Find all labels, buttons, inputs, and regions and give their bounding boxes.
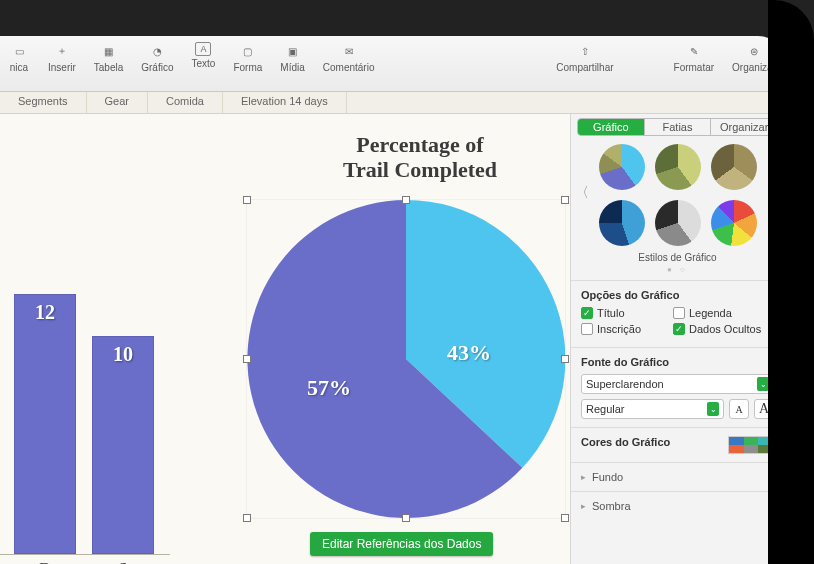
font-larger-button[interactable]: A: [754, 399, 774, 419]
sheet-tab-elevation[interactable]: Elevation 14 days: [223, 92, 347, 113]
inspector-tabs: Gráfico Fatias Organizar: [577, 118, 778, 136]
resize-handle[interactable]: [561, 355, 569, 363]
style-swatch-6[interactable]: [711, 200, 757, 246]
font-smaller-button[interactable]: A: [729, 399, 749, 419]
comment-icon: ✉: [338, 42, 360, 60]
brush-icon: ✎: [683, 42, 705, 60]
chart-button[interactable]: ◔ Gráfico: [141, 42, 173, 73]
pie-label-57: 57%: [307, 375, 351, 401]
font-style-select[interactable]: Regular ⌄: [581, 399, 724, 419]
chart-options-section: Opções do Gráfico ✓Título Legenda Inscri…: [571, 280, 784, 347]
chart-colors-section: Cores do Gráfico: [571, 427, 784, 462]
table-icon: ▦: [98, 42, 120, 60]
table-button[interactable]: ▦ Tabela: [94, 42, 123, 73]
caret-icon: ⌄: [707, 402, 719, 416]
format-inspector: Gráfico Fatias Organizar 〈 〉 Estilos de …: [570, 114, 784, 564]
chevron-right-icon: ▸: [581, 472, 586, 482]
shape-button[interactable]: ▢ Forma: [233, 42, 262, 73]
fundo-disclosure[interactable]: ▸Fundo: [571, 462, 784, 491]
plus-icon: ＋: [51, 42, 73, 60]
pie-label-43: 43%: [447, 340, 491, 366]
text-icon: A: [195, 42, 211, 56]
checkbox-dados-ocultos[interactable]: ✓Dados Ocultos: [673, 323, 761, 335]
media-button[interactable]: ▣ Mídia: [280, 42, 304, 73]
styles-next-icon[interactable]: 〉: [766, 184, 780, 202]
sheet-tab-segments[interactable]: Segments: [0, 92, 87, 113]
comment-button[interactable]: ✉ Comentário: [323, 42, 375, 73]
chart-title: Percentage of Trail Completed: [280, 132, 560, 183]
pie-chart-selection[interactable]: 43% 57%: [246, 199, 566, 519]
sheet-tab-gear[interactable]: Gear: [87, 92, 148, 113]
bar-s: 10: [92, 336, 154, 554]
resize-handle[interactable]: [243, 514, 251, 522]
tab-fatias[interactable]: Fatias: [644, 119, 711, 135]
sheet-tab-comida[interactable]: Comida: [148, 92, 223, 113]
checkbox-inscricao[interactable]: Inscrição: [581, 323, 661, 335]
chart-icon: ◔: [146, 42, 168, 60]
style-swatch-2[interactable]: [655, 144, 701, 190]
organize-icon: ⊜: [743, 42, 765, 60]
bar-chart-partial: 12 10 D S: [0, 214, 170, 564]
chart-styles: 〈 〉 Estilos de Gráfico ● ○: [571, 140, 784, 280]
bar-d: 12: [14, 294, 76, 554]
chevron-right-icon: ▸: [581, 501, 586, 511]
tab-organizar[interactable]: Organizar: [710, 119, 777, 135]
styles-prev-icon[interactable]: 〈: [575, 184, 589, 202]
page-dots-icon[interactable]: ● ○: [589, 265, 766, 274]
share-icon: ⇧: [574, 42, 596, 60]
share-button[interactable]: ⇧ Compartilhar: [556, 42, 613, 73]
shape-icon: ▢: [237, 42, 259, 60]
toolbar-cut-left: ▭ nica: [8, 42, 30, 73]
sheet-tabs: Segments Gear Comida Elevation 14 days: [0, 92, 784, 114]
style-swatch-4[interactable]: [599, 200, 645, 246]
resize-handle[interactable]: [243, 196, 251, 204]
resize-handle[interactable]: [243, 355, 251, 363]
text-button[interactable]: A Texto: [192, 42, 216, 69]
canvas[interactable]: Percentage of Trail Completed 12 10 D S …: [0, 114, 570, 564]
format-button[interactable]: ✎ Formatar: [674, 42, 715, 73]
resize-handle[interactable]: [402, 196, 410, 204]
sombra-disclosure[interactable]: ▸Sombra: [571, 491, 784, 520]
image-icon: ▣: [282, 42, 304, 60]
style-swatch-1[interactable]: [599, 144, 645, 190]
resize-handle[interactable]: [561, 514, 569, 522]
style-swatch-5[interactable]: [655, 200, 701, 246]
caret-icon: ⌄: [757, 377, 769, 391]
checkbox-titulo[interactable]: ✓Título: [581, 307, 661, 319]
pie-chart[interactable]: [247, 200, 565, 518]
view-icon: ▭: [8, 42, 30, 60]
chart-font-section: Fonte do Gráfico Superclarendon ⌄ Regula…: [571, 347, 784, 427]
edit-data-references-button[interactable]: Editar Referências dos Dados: [310, 532, 493, 556]
checkbox-legenda[interactable]: Legenda: [673, 307, 753, 319]
tab-grafico[interactable]: Gráfico: [578, 119, 644, 135]
style-swatch-3[interactable]: [711, 144, 757, 190]
organize-button[interactable]: ⊜ Organizar: [732, 42, 776, 73]
toolbar: ▭ nica ＋ Inserir ▦ Tabela ◔ Gráfico A Te…: [0, 36, 784, 92]
font-family-select[interactable]: Superclarendon ⌄: [581, 374, 774, 394]
resize-handle[interactable]: [561, 196, 569, 204]
insert-button[interactable]: ＋ Inserir: [48, 42, 76, 73]
resize-handle[interactable]: [402, 514, 410, 522]
color-palette-button[interactable]: [728, 436, 774, 454]
